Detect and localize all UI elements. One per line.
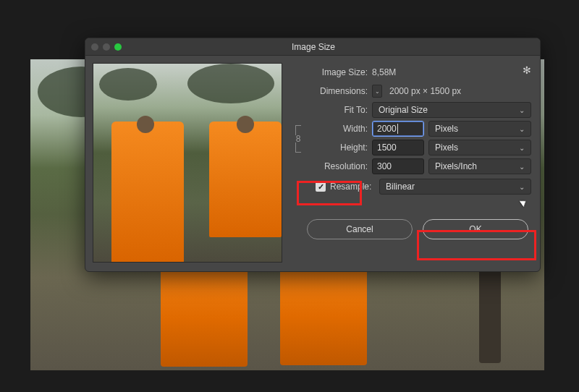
- cancel-button[interactable]: Cancel: [307, 219, 413, 239]
- link-icon[interactable]: 8: [296, 135, 301, 142]
- titlebar[interactable]: Image Size: [85, 38, 540, 56]
- resample-label: Resample:: [330, 182, 375, 192]
- ok-button[interactable]: OK: [423, 219, 528, 239]
- height-label: Height:: [304, 142, 368, 153]
- resolution-input[interactable]: 300: [372, 158, 424, 174]
- image-size-value: 8,58M: [372, 67, 396, 77]
- fit-to-value: Original Size: [379, 105, 428, 115]
- width-input[interactable]: 2000: [372, 121, 424, 137]
- fit-to-label: Fit To:: [292, 105, 368, 115]
- resample-checkbox[interactable]: ✓: [316, 182, 326, 192]
- width-unit-select[interactable]: Pixels ⌄: [428, 121, 531, 137]
- dimensions-unit-toggle[interactable]: ⌄: [372, 85, 382, 98]
- chevron-down-icon: ⌄: [519, 106, 525, 114]
- fit-to-select[interactable]: Original Size ⌄: [372, 102, 531, 118]
- chevron-down-icon: ⌄: [519, 183, 525, 191]
- dialog-title: Image Size: [93, 42, 534, 52]
- resolution-label: Resolution:: [292, 161, 368, 171]
- height-unit-select[interactable]: Pixels ⌄: [428, 140, 531, 155]
- chevron-down-icon: ⌄: [519, 163, 525, 171]
- dimensions-value: 2000 px × 1500 px: [389, 86, 461, 96]
- resample-select[interactable]: Bilinear ⌄: [379, 179, 531, 195]
- height-input[interactable]: 1500: [372, 140, 424, 155]
- image-size-dialog: Image Size ✻ Image Size: 8,58M Dimension…: [85, 38, 541, 272]
- gear-icon[interactable]: ✻: [523, 64, 531, 76]
- resolution-unit-select[interactable]: Pixels/Inch ⌄: [428, 158, 531, 174]
- chevron-down-icon: ⌄: [519, 125, 525, 133]
- image-preview: [93, 63, 282, 263]
- width-label: Width:: [304, 124, 368, 134]
- image-size-label: Image Size:: [292, 67, 368, 77]
- chevron-down-icon: ⌄: [519, 144, 525, 152]
- dimensions-label: Dimensions:: [292, 86, 368, 96]
